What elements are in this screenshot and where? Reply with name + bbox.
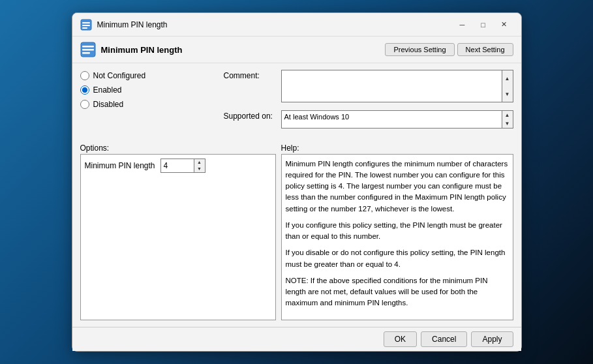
- comment-textarea[interactable]: [281, 70, 502, 102]
- radio-not-configured-input[interactable]: [80, 71, 89, 80]
- main-window: Minimum PIN length ─ □ ✕ Minimum PIN len…: [72, 12, 522, 352]
- labels-row: Options: Help:: [72, 141, 521, 154]
- min-pin-input[interactable]: 4: [161, 159, 194, 172]
- supported-field-wrapper: At least Windows 10 ▲ ▼: [281, 110, 513, 129]
- svg-rect-3: [82, 27, 87, 29]
- apply-button[interactable]: Apply: [471, 331, 513, 347]
- min-pin-row: Minimum PIN length 4 ▲ ▼: [85, 159, 271, 173]
- help-panel: Minimum PIN length configures the minimu…: [281, 154, 513, 321]
- nav-buttons: Previous Setting Next Setting: [385, 43, 513, 56]
- next-setting-button[interactable]: Next Setting: [457, 43, 513, 56]
- comment-label: Comment:: [224, 70, 276, 80]
- supported-row: Supported on: At least Windows 10 ▲ ▼: [224, 110, 513, 129]
- radio-disabled[interactable]: Disabled: [80, 99, 224, 110]
- svg-rect-6: [82, 49, 94, 51]
- ok-button[interactable]: OK: [384, 331, 417, 347]
- comment-scrollbar: ▲ ▼: [502, 70, 513, 102]
- window-controls: ─ □ ✕: [453, 18, 513, 31]
- svg-rect-1: [82, 22, 90, 23]
- comment-scroll-up[interactable]: ▲: [502, 70, 513, 86]
- min-pin-spinner: 4 ▲ ▼: [160, 159, 205, 173]
- spinner-down-button[interactable]: ▼: [194, 166, 205, 172]
- svg-rect-5: [82, 46, 94, 48]
- radio-group: Not Configured Enabled Disabled: [80, 70, 224, 110]
- radio-not-configured-label: Not Configured: [93, 71, 146, 80]
- radio-disabled-input[interactable]: [80, 100, 89, 109]
- main-content: Not Configured Enabled Disabled Comment:: [72, 63, 521, 141]
- cancel-button[interactable]: Cancel: [421, 331, 467, 347]
- supported-label: Supported on:: [224, 110, 276, 121]
- supported-scrollbar: ▲ ▼: [502, 110, 513, 129]
- spinner-buttons: ▲ ▼: [194, 159, 205, 172]
- spinner-up-button[interactable]: ▲: [194, 159, 205, 166]
- help-para-4: NOTE: If the above specified conditions …: [286, 275, 509, 309]
- title-bar: Minimum PIN length ─ □ ✕: [72, 13, 521, 37]
- radio-enabled-input[interactable]: [80, 85, 89, 95]
- window-icon: [80, 19, 92, 31]
- prev-setting-button[interactable]: Previous Setting: [385, 43, 454, 56]
- window-title: Minimum PIN length: [97, 20, 453, 29]
- left-panel: Not Configured Enabled Disabled: [80, 70, 224, 134]
- help-para-3: If you disable or do not configure this …: [286, 247, 509, 270]
- supported-scroll-up[interactable]: ▲: [502, 111, 513, 119]
- close-button[interactable]: ✕: [495, 18, 513, 31]
- options-section-label: Options:: [80, 144, 276, 153]
- svg-rect-7: [82, 52, 90, 54]
- radio-disabled-label: Disabled: [93, 100, 124, 109]
- bottom-area: Minimum PIN length 4 ▲ ▼ Minimum PIN len…: [72, 154, 521, 327]
- header-icon: [80, 42, 96, 57]
- supported-scroll-down[interactable]: ▼: [502, 119, 513, 128]
- maximize-button[interactable]: □: [474, 18, 493, 31]
- radio-enabled[interactable]: Enabled: [80, 84, 224, 96]
- minimize-button[interactable]: ─: [453, 18, 472, 31]
- comment-scroll-down[interactable]: ▼: [502, 86, 513, 102]
- comment-row: Comment: ▲ ▼: [224, 70, 513, 102]
- help-section-label: Help:: [276, 144, 513, 153]
- comment-field-wrapper: ▲ ▼: [281, 70, 513, 102]
- min-pin-label: Minimum PIN length: [85, 161, 155, 170]
- radio-not-configured[interactable]: Not Configured: [80, 70, 224, 82]
- radio-enabled-label: Enabled: [93, 85, 122, 95]
- right-panel: Comment: ▲ ▼ Supported on: At least Wind…: [224, 70, 513, 134]
- svg-rect-2: [82, 25, 90, 26]
- footer: OK Cancel Apply: [72, 327, 521, 351]
- header-row: Minimum PIN length Previous Setting Next…: [72, 37, 521, 63]
- supported-textarea: At least Windows 10: [281, 110, 502, 129]
- dialog-title: Minimum PIN length: [101, 45, 380, 55]
- options-panel: Minimum PIN length 4 ▲ ▼: [80, 154, 276, 321]
- help-para-1: Minimum PIN length configures the minimu…: [286, 159, 509, 215]
- help-para-2: If you configure this policy setting, th…: [286, 220, 509, 243]
